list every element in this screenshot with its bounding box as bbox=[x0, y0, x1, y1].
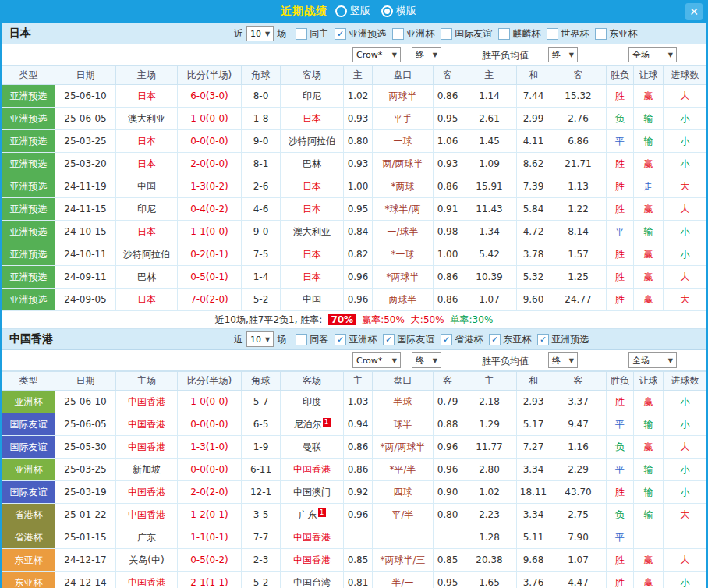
handicap-mark: 赢 bbox=[634, 289, 664, 311]
match-competition: 亚洲预选 bbox=[2, 266, 55, 289]
competition-checkbox-亚洲杯[interactable]: 亚洲杯 bbox=[392, 27, 434, 41]
competition-checkbox-麒麟杯[interactable]: 麒麟杯 bbox=[498, 27, 540, 41]
match-score: 0-0(0-0) bbox=[178, 459, 242, 481]
goals-mark: 小 bbox=[664, 153, 707, 175]
competition-checkbox-省港杯[interactable]: ✓省港杯 bbox=[441, 333, 483, 346]
away-team: 日本 bbox=[281, 266, 344, 289]
competition-checkbox-世界杯[interactable]: 世界杯 bbox=[547, 27, 589, 41]
single-rate: 单率:30% bbox=[451, 313, 494, 327]
section-header: 日本近10▼场同主✓亚洲预选亚洲杯国际友谊麒麟杯世界杯东亚杯 bbox=[2, 23, 706, 44]
match-row: 亚洲预选24-09-11巴林0-5(0-1)1-4日本0.96*两球半0.861… bbox=[2, 266, 707, 289]
view-mode-radio-horizontal[interactable]: 横版 bbox=[381, 4, 416, 18]
odds-stage-select[interactable]: 终▼ bbox=[412, 352, 441, 368]
result-mark: 胜 bbox=[607, 153, 634, 175]
goals-mark: 大 bbox=[664, 266, 707, 289]
avg-home-odds: 5.42 bbox=[462, 243, 517, 266]
bookmaker-select[interactable]: Crow*▼ bbox=[352, 352, 401, 368]
checkbox-icon bbox=[392, 28, 404, 40]
scope-select[interactable]: 全场▼ bbox=[628, 47, 677, 62]
avg-draw-odds: 7.44 bbox=[517, 85, 550, 108]
recent-count-select[interactable]: 10▼ bbox=[246, 331, 274, 347]
chevron-down-icon: ▼ bbox=[668, 357, 673, 364]
match-row: 省港杯25-01-22中国香港1-2(0-1)3-5广东10.96平/半0.80… bbox=[2, 504, 707, 526]
match-row: 东亚杯24-12-14中国香港2-1(1-1)5-2中国台湾0.81半/一0.9… bbox=[2, 572, 707, 588]
avg-stage-select[interactable]: 终▼ bbox=[548, 352, 578, 368]
handicap: *球半/两 bbox=[373, 198, 434, 221]
results-table: 类型日期主场比分(半场)角球客场主盘口客主和客胜负让球进球数亚洲预选25-06-… bbox=[2, 66, 707, 311]
competition-checkbox-同主[interactable]: 同主 bbox=[296, 27, 328, 41]
competition-checkbox-东亚杯[interactable]: ✓东亚杯 bbox=[489, 333, 531, 346]
competition-checkbox-同客[interactable]: 同客 bbox=[296, 333, 328, 346]
handicap-mark: 输 bbox=[634, 481, 664, 504]
column-header: 客 bbox=[550, 66, 607, 85]
match-score: 1-3(0-2) bbox=[178, 175, 242, 198]
team-name: 日本 bbox=[303, 113, 321, 124]
match-competition: 亚洲预选 bbox=[2, 130, 55, 153]
home-team: 中国香港 bbox=[116, 572, 178, 588]
avg-stage-select[interactable]: 终▼ bbox=[548, 47, 578, 62]
home-team: 中国香港 bbox=[116, 504, 178, 526]
recent-count-select[interactable]: 10▼ bbox=[246, 26, 274, 41]
competition-checkbox-亚洲预选[interactable]: ✓亚洲预选 bbox=[335, 27, 386, 41]
match-row: 亚洲预选25-06-10日本6-0(3-0)8-0印尼1.02两球半0.861.… bbox=[2, 85, 707, 108]
radio-icon bbox=[381, 5, 393, 17]
handicap: *两球半 bbox=[373, 266, 434, 289]
competition-checkbox-亚洲预选[interactable]: ✓亚洲预选 bbox=[537, 333, 589, 346]
match-competition: 亚洲预选 bbox=[2, 289, 55, 311]
match-score: 0-5(0-1) bbox=[178, 266, 242, 289]
corner-score: 1-4 bbox=[242, 266, 281, 289]
team-name: 日本 bbox=[303, 249, 321, 260]
team-name: 中国香港 bbox=[128, 441, 165, 452]
odds-stage-select[interactable]: 终▼ bbox=[412, 47, 441, 62]
avg-draw-odds: 3.34 bbox=[517, 504, 550, 526]
corner-score: 4-6 bbox=[242, 198, 281, 221]
checkbox-icon bbox=[441, 28, 452, 40]
column-header: 盘口 bbox=[373, 372, 434, 391]
team-name: 中国澳门 bbox=[293, 487, 331, 498]
home-team: 日本 bbox=[116, 289, 178, 311]
home-odds bbox=[344, 526, 373, 549]
team-name: 广东 bbox=[299, 509, 317, 520]
competition-checkbox-东亚杯[interactable]: 东亚杯 bbox=[595, 27, 637, 41]
home-team: 印尼 bbox=[116, 198, 178, 221]
result-mark: 胜 bbox=[607, 198, 634, 221]
home-team: 日本 bbox=[116, 221, 178, 243]
checkbox-icon: ✓ bbox=[441, 334, 452, 345]
recent-filter-group: 近10▼场同客✓亚洲杯✓国际友谊✓省港杯✓东亚杯✓亚洲预选 bbox=[231, 329, 589, 349]
match-competition: 省港杯 bbox=[2, 526, 55, 549]
red-card-badge: 1 bbox=[323, 418, 331, 427]
match-date: 24-09-05 bbox=[55, 289, 116, 311]
team-name: 日本 bbox=[137, 158, 156, 169]
home-odds: 1.03 bbox=[344, 391, 373, 413]
away-team: 中国澳门 bbox=[281, 481, 344, 504]
match-score: 0-4(0-2) bbox=[178, 198, 242, 221]
competition-checkbox-国际友谊[interactable]: 国际友谊 bbox=[441, 27, 492, 41]
radio-icon bbox=[335, 5, 347, 17]
competition-checkbox-国际友谊[interactable]: ✓国际友谊 bbox=[383, 333, 434, 346]
team-name: 中国香港 bbox=[128, 577, 165, 588]
home-team: 澳大利亚 bbox=[116, 108, 178, 130]
away-team: 日本 bbox=[281, 108, 344, 130]
select-value: 全场 bbox=[632, 355, 650, 367]
handicap: *一球 bbox=[373, 243, 434, 266]
avg-away-odds: 1.57 bbox=[550, 243, 607, 266]
result-mark: 胜 bbox=[607, 481, 634, 504]
bookmaker-select[interactable]: Crow*▼ bbox=[352, 47, 401, 62]
away-team: 印尼 bbox=[281, 85, 344, 108]
scope-select[interactable]: 全场▼ bbox=[628, 352, 677, 368]
view-mode-radio-vertical[interactable]: 竖版 bbox=[335, 4, 370, 18]
checkbox-icon bbox=[547, 28, 558, 40]
avg-home-odds: 1.34 bbox=[462, 221, 517, 243]
match-competition: 亚洲预选 bbox=[2, 153, 55, 175]
avg-draw-odds: 9.60 bbox=[517, 289, 550, 311]
away-team: 尼泊尔1 bbox=[281, 413, 344, 436]
avg-away-odds: 6.86 bbox=[550, 130, 607, 153]
close-button[interactable]: ✕ bbox=[685, 3, 703, 20]
handicap: 半球 bbox=[373, 391, 434, 413]
select-value: 终 bbox=[552, 49, 561, 61]
home-odds: 1.00 bbox=[344, 175, 373, 198]
competition-checkbox-亚洲杯[interactable]: ✓亚洲杯 bbox=[335, 333, 377, 346]
handicap: 平手 bbox=[373, 108, 434, 130]
recent-label: 近 bbox=[234, 27, 243, 41]
home-odds: 0.96 bbox=[344, 504, 373, 526]
